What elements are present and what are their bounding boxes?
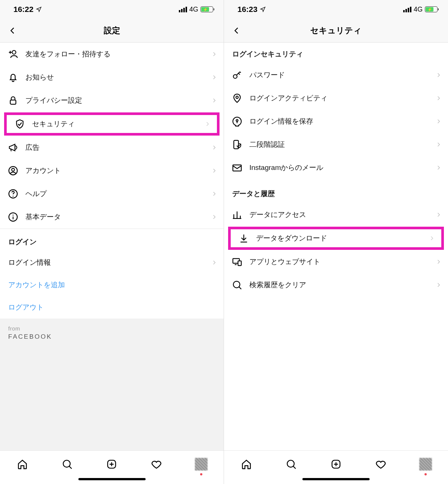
row-apps-websites[interactable]: アプリとウェブサイト bbox=[224, 250, 448, 273]
row-ads[interactable]: 広告 bbox=[0, 136, 224, 159]
pin-icon bbox=[231, 93, 243, 104]
section-header-login-security: ログインセキュリティ bbox=[224, 43, 448, 63]
chevron-right-icon bbox=[436, 72, 441, 78]
tab-activity[interactable] bbox=[148, 456, 165, 472]
row-login-activity[interactable]: ログインアクティビティ bbox=[224, 87, 448, 110]
svg-point-11 bbox=[236, 96, 238, 98]
help-icon bbox=[7, 188, 19, 199]
row-label: 友達をフォロー・招待する bbox=[25, 49, 212, 59]
row-login-info[interactable]: ログイン情報 bbox=[0, 251, 224, 274]
row-emails[interactable]: Instagramからのメール bbox=[224, 156, 448, 179]
row-label: データをダウンロード bbox=[256, 233, 429, 243]
tab-activity[interactable] bbox=[373, 456, 389, 472]
row-label: セキュリティ bbox=[32, 119, 205, 129]
row-access-data[interactable]: データにアクセス bbox=[224, 203, 448, 226]
shield-icon bbox=[14, 118, 25, 130]
svg-point-18 bbox=[287, 460, 294, 467]
row-label: アカウントを追加 bbox=[8, 280, 217, 290]
tab-profile[interactable] bbox=[417, 456, 434, 472]
tab-create[interactable] bbox=[328, 456, 344, 472]
keyhole-icon bbox=[231, 116, 243, 127]
account-icon bbox=[7, 165, 19, 176]
tab-search[interactable] bbox=[283, 456, 299, 472]
chevron-right-icon bbox=[429, 236, 435, 241]
signal-icon bbox=[179, 7, 187, 12]
row-about[interactable]: 基本データ bbox=[0, 205, 224, 229]
notification-dot bbox=[200, 473, 202, 475]
svg-rect-14 bbox=[233, 165, 242, 171]
row-logout[interactable]: ログアウト bbox=[0, 296, 224, 319]
chevron-right-icon bbox=[212, 214, 217, 220]
chevron-right-icon bbox=[436, 282, 441, 288]
devices-icon bbox=[231, 256, 243, 267]
row-security[interactable]: セキュリティ bbox=[4, 112, 220, 136]
info-icon bbox=[7, 211, 19, 223]
row-privacy[interactable]: プライバシー設定 bbox=[0, 89, 224, 112]
bell-icon bbox=[7, 72, 19, 83]
chevron-right-icon bbox=[212, 98, 217, 103]
row-label: ログイン情報を保存 bbox=[249, 117, 436, 126]
section-header-login: ログイン bbox=[0, 229, 224, 251]
tab-home[interactable] bbox=[238, 456, 255, 472]
svg-point-8 bbox=[63, 460, 70, 467]
key-icon bbox=[231, 69, 243, 81]
download-icon bbox=[238, 233, 249, 244]
status-bar: 16:23 4G ⚡ bbox=[224, 0, 448, 19]
row-saved-login[interactable]: ログイン情報を保存 bbox=[224, 110, 448, 133]
row-two-factor[interactable]: 二段階認証 bbox=[224, 133, 448, 156]
bar-chart-icon bbox=[231, 209, 243, 220]
tab-profile[interactable] bbox=[193, 456, 209, 472]
heart-icon bbox=[150, 458, 162, 470]
svg-point-17 bbox=[233, 281, 240, 288]
chevron-right-icon bbox=[212, 145, 217, 150]
network-label: 4G bbox=[189, 6, 198, 13]
chevron-right-icon bbox=[212, 260, 217, 265]
settings-list: 友達をフォロー・招待する お知らせ プライバシー設定 セキュリティ 広告 bbox=[0, 43, 224, 450]
row-account[interactable]: アカウント bbox=[0, 159, 224, 182]
svg-point-12 bbox=[236, 120, 238, 121]
row-clear-search[interactable]: 検索履歴をクリア bbox=[224, 273, 448, 297]
battery-icon: ⚡ bbox=[200, 6, 213, 12]
chevron-right-icon bbox=[205, 121, 210, 127]
tab-search[interactable] bbox=[59, 456, 75, 472]
avatar bbox=[419, 458, 432, 471]
row-label: 検索履歴をクリア bbox=[249, 280, 436, 290]
network-label: 4G bbox=[414, 6, 423, 13]
svg-rect-16 bbox=[238, 261, 242, 266]
chevron-right-icon bbox=[436, 259, 441, 264]
security-list: ログインセキュリティ パスワード ログインアクティビティ ログイン情報を保存 二… bbox=[224, 43, 448, 450]
row-password[interactable]: パスワード bbox=[224, 63, 448, 87]
location-arrow-icon bbox=[36, 6, 42, 12]
chevron-right-icon bbox=[212, 191, 217, 196]
row-notifications[interactable]: お知らせ bbox=[0, 66, 224, 89]
section-header-data-history: データと履歴 bbox=[224, 179, 448, 203]
heart-icon bbox=[375, 458, 387, 470]
brand-label: FACEBOOK bbox=[8, 333, 215, 341]
tab-home[interactable] bbox=[14, 456, 31, 472]
back-button[interactable] bbox=[5, 23, 20, 38]
tab-create[interactable] bbox=[103, 456, 120, 472]
row-add-account[interactable]: アカウントを追加 bbox=[0, 274, 224, 296]
search-icon bbox=[285, 458, 297, 470]
phone-settings: 16:22 4G ⚡ 設定 友達をフォロー・招待する お知らせ プライバシー設定 bbox=[0, 0, 224, 484]
chevron-right-icon bbox=[212, 75, 217, 80]
row-label: 二段階認証 bbox=[249, 140, 436, 149]
tab-bar bbox=[224, 450, 448, 484]
from-label: from bbox=[8, 325, 215, 332]
search-icon bbox=[231, 279, 243, 291]
page-title: セキュリティ bbox=[310, 25, 362, 36]
chevron-right-icon bbox=[212, 168, 217, 173]
row-label: 基本データ bbox=[25, 212, 212, 222]
from-facebook: from FACEBOOK bbox=[0, 319, 224, 347]
row-help[interactable]: ヘルプ bbox=[0, 182, 224, 205]
back-button[interactable] bbox=[229, 23, 244, 38]
row-follow-invite[interactable]: 友達をフォロー・招待する bbox=[0, 43, 224, 66]
row-download-data[interactable]: データをダウンロード bbox=[228, 227, 444, 250]
row-label: お知らせ bbox=[25, 72, 212, 82]
signal-icon bbox=[403, 7, 411, 12]
nav-bar: セキュリティ bbox=[224, 19, 448, 43]
row-label: アカウント bbox=[25, 166, 212, 176]
home-icon bbox=[240, 458, 252, 470]
chevron-left-icon bbox=[9, 27, 17, 35]
row-label: パスワード bbox=[249, 70, 436, 80]
